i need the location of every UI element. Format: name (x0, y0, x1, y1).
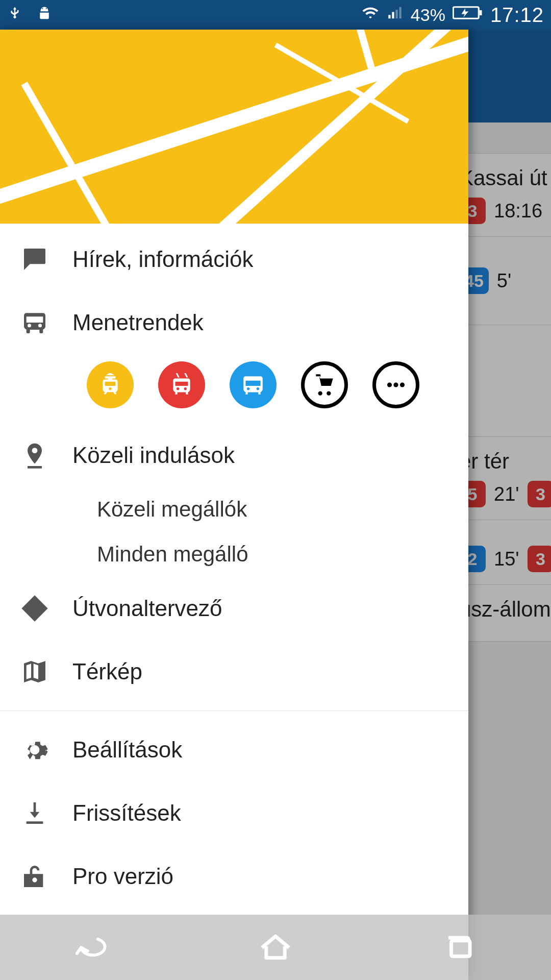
directions-icon (20, 594, 49, 623)
download-icon (20, 799, 49, 827)
menu-subitem-all-stops[interactable]: Minden megálló (0, 532, 468, 577)
status-bar: 43% 17:12 (0, 0, 551, 30)
menu-item-schedules[interactable]: Menetrendek (0, 291, 468, 354)
drawer-menu-list: Hírek, információk Menetrendek (0, 224, 468, 980)
transport-more-button[interactable] (372, 361, 419, 408)
menu-item-updates[interactable]: Frissítések (0, 781, 468, 845)
svg-rect-1 (479, 10, 482, 15)
system-navigation-bar (0, 915, 551, 980)
battery-charging-icon (453, 5, 483, 25)
menu-label: Beállítások (72, 737, 182, 763)
trolleybus-icon (169, 372, 194, 398)
android-debug-icon (37, 5, 52, 25)
menu-item-map[interactable]: Térkép (0, 640, 468, 703)
unlock-icon (20, 862, 49, 891)
svg-marker-2 (461, 8, 468, 17)
svg-rect-6 (452, 941, 470, 957)
wifi-icon (362, 4, 379, 26)
menu-divider (0, 710, 468, 711)
chat-icon (20, 245, 49, 274)
tram-icon (97, 372, 123, 398)
drawer-header-graphic (0, 30, 468, 224)
transport-bus-button[interactable] (230, 361, 277, 408)
menu-label: Pro verzió (72, 864, 173, 889)
menu-label: Közeli indulások (72, 443, 235, 468)
menu-item-nearby-departures[interactable]: Közeli indulások (0, 424, 468, 487)
transport-type-row (0, 354, 468, 424)
svg-point-3 (387, 382, 392, 387)
status-clock: 17:12 (490, 4, 544, 27)
location-pin-icon (20, 441, 49, 470)
shopping-cart-icon (312, 372, 337, 398)
menu-label: Minden megálló (97, 542, 248, 566)
back-button[interactable] (74, 932, 110, 963)
navigation-drawer: Hírek, információk Menetrendek (0, 30, 468, 980)
menu-label: Útvonaltervező (72, 596, 222, 621)
bus-icon (240, 372, 266, 398)
home-button[interactable] (258, 932, 293, 963)
menu-item-news[interactable]: Hírek, információk (0, 228, 468, 291)
transport-shopping-button[interactable] (301, 361, 348, 408)
menu-label: Menetrendek (72, 310, 204, 335)
signal-icon (386, 4, 404, 26)
battery-percentage: 43% (411, 5, 445, 25)
gear-icon (20, 736, 49, 764)
svg-point-4 (393, 382, 398, 387)
menu-item-pro-version[interactable]: Pro verzió (0, 845, 468, 908)
more-horizontal-icon (383, 372, 409, 398)
transport-tram-button[interactable] (87, 361, 134, 408)
menu-label: Közeli megállók (97, 497, 247, 521)
menu-subitem-nearby-stops[interactable]: Közeli megállók (0, 487, 468, 532)
usb-icon (7, 5, 22, 25)
transport-trolleybus-button[interactable] (158, 361, 205, 408)
recent-apps-button[interactable] (441, 932, 477, 963)
svg-point-5 (400, 382, 405, 387)
menu-label: Hírek, információk (72, 247, 254, 272)
bus-icon (20, 308, 49, 337)
menu-label: Frissítések (72, 800, 181, 826)
menu-label: Térkép (72, 659, 142, 684)
menu-item-route-planner[interactable]: Útvonaltervező (0, 577, 468, 640)
map-icon (20, 657, 49, 686)
menu-item-settings[interactable]: Beállítások (0, 718, 468, 781)
